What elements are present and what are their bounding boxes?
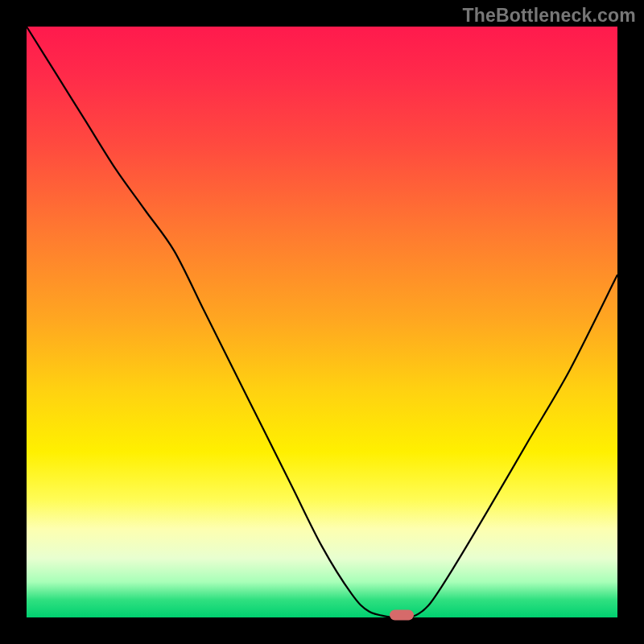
plot-area bbox=[27, 27, 617, 617]
watermark-text: TheBottleneck.com bbox=[462, 5, 636, 27]
optimal-marker bbox=[390, 610, 414, 621]
bottleneck-curve bbox=[27, 27, 617, 617]
chart-frame: TheBottleneck.com bbox=[0, 0, 644, 644]
curve-path bbox=[27, 27, 617, 618]
